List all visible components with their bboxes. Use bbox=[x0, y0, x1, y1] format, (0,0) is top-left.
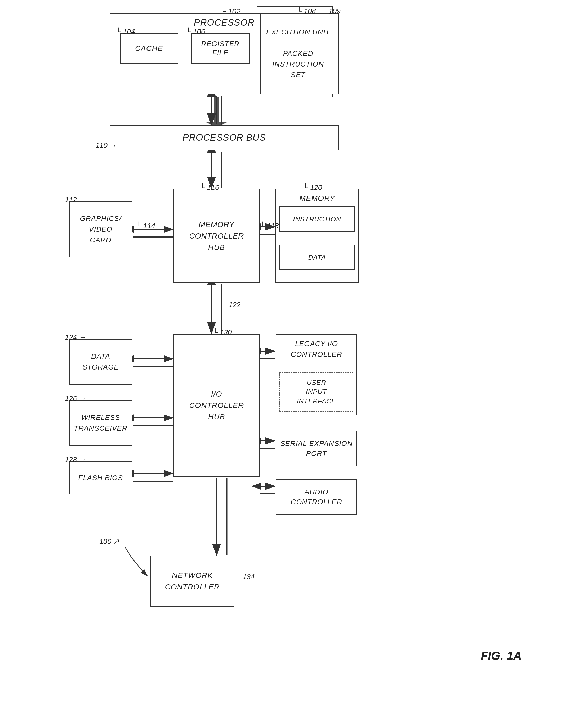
execution-unit-box: EXECUTION UNITPACKED INSTRUCTIONSET bbox=[260, 13, 336, 94]
svg-marker-4 bbox=[206, 97, 227, 127]
wireless-transceiver-box: WIRELESSTRANSCEIVER bbox=[69, 400, 132, 446]
ref-108: └ 108 bbox=[297, 7, 316, 15]
register-file-box: REGISTERFILE bbox=[191, 33, 250, 64]
ref-128: 128 → bbox=[65, 456, 86, 464]
audio-controller-box: AUDIOCONTROLLER bbox=[276, 479, 357, 515]
processor-bus-box: PROCESSOR BUS bbox=[109, 125, 339, 150]
ref-126: 126 → bbox=[65, 394, 86, 402]
ref-112: 112 → bbox=[65, 196, 86, 204]
ref-110: 110 → bbox=[96, 141, 117, 150]
network-controller-box: NETWORKCONTROLLER bbox=[150, 556, 234, 606]
diagram-container: PROCESSOR CACHE REGISTERFILE EXECUTION U… bbox=[0, 0, 588, 725]
serial-expansion-port-box: SERIAL EXPANSIONPORT bbox=[276, 431, 357, 467]
ref-134: └ 134 bbox=[236, 573, 254, 581]
data-storage-box: DATASTORAGE bbox=[69, 339, 132, 385]
ref-120: └ 120 bbox=[303, 184, 322, 192]
instruction-box: INSTRUCTION bbox=[279, 206, 355, 232]
graphics-video-card-box: GRAPHICS/VIDEOCARD bbox=[69, 201, 132, 257]
memory-controller-hub-box: MEMORYCONTROLLERHUB bbox=[173, 189, 260, 283]
ref-106: └ 106 bbox=[186, 27, 205, 36]
ref-109: 109 bbox=[329, 7, 341, 15]
user-input-interface-box: USERINPUTINTERFACE bbox=[279, 372, 353, 412]
ref-124: 124 → bbox=[65, 333, 86, 341]
cache-box: CACHE bbox=[120, 33, 178, 64]
data-memory-box: DATA bbox=[279, 245, 355, 270]
ref-116: └ 116 bbox=[200, 184, 219, 192]
ref-118: └ 118 bbox=[260, 222, 279, 230]
figure-label: FIG. 1A bbox=[481, 649, 522, 663]
io-controller-hub-box: I/OCONTROLLERHUB bbox=[173, 334, 260, 477]
ref-122: └ 122 bbox=[222, 301, 240, 309]
ref-114: └ 114 bbox=[136, 222, 155, 230]
ref-130: └ 130 bbox=[213, 328, 232, 336]
flash-bios-box: FLASH BIOS bbox=[69, 461, 132, 494]
ref-102: └ 102 bbox=[220, 7, 241, 16]
ref-100: 100 ↗ bbox=[99, 537, 119, 545]
ref-104: └ 104 bbox=[116, 27, 135, 36]
